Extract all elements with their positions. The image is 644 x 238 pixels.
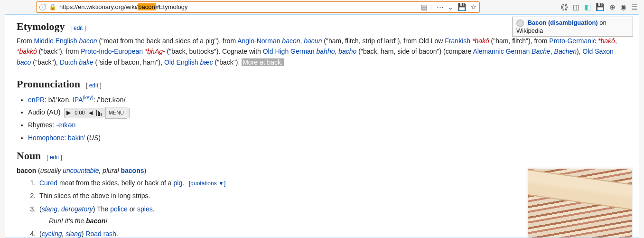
link-road-rash[interactable]: Road rash (85, 230, 116, 238)
bookmark-star-icon[interactable]: ☆ (470, 3, 476, 11)
link-pig[interactable]: pig (173, 179, 182, 187)
pron-homophone: Homophone: bakin' (US) (28, 132, 627, 144)
link-baco[interactable]: baco (17, 58, 31, 66)
audio-player[interactable]: ▶ 0:00 ◀ MENU (64, 108, 130, 118)
link-bacon-me[interactable]: bacon (79, 37, 97, 45)
sidebar-icon[interactable]: ◫ (573, 3, 579, 11)
pron-audio: Audio (AU) ▶ 0:00 ◀ MENU (28, 106, 627, 119)
account-icon[interactable]: ◉ (620, 3, 626, 11)
reader-mode-icon[interactable]: ▤ (421, 3, 428, 11)
link-cycling[interactable]: cycling (42, 230, 62, 238)
edit-link[interactable]: edit (74, 25, 83, 31)
browser-toolbar: i 🔒 https://en.wiktionary.org/wiki/bacon… (0, 0, 644, 14)
link-bake[interactable]: bake (79, 58, 93, 66)
link-old-english[interactable]: Old English (164, 58, 198, 66)
etymology-heading: Etymology (17, 20, 65, 33)
link-bacons[interactable]: bacons (121, 167, 144, 174)
link-uncountable[interactable]: uncountable (63, 167, 99, 174)
page-actions-icon[interactable]: ⋯ (437, 3, 444, 11)
play-icon[interactable]: ▶ (66, 107, 71, 118)
disambig-link[interactable]: Bacon (disambiguation) (528, 19, 598, 26)
edit-noun: [ edit ] (47, 154, 62, 161)
link-frankish[interactable]: Frankish (445, 37, 470, 45)
sync-icon[interactable]: ⊕ (609, 3, 616, 11)
pronunciation-list: enPR: bāˈkən, IPA(key): /ˈbeɪ.kən/ Audio… (28, 93, 627, 144)
pocket-ext-icon[interactable]: ◧ (584, 3, 591, 11)
link-bako-frk[interactable]: *bakō (472, 37, 489, 45)
volume-bars-icon (96, 110, 102, 116)
link-anglo-norman[interactable]: Anglo-Norman (237, 37, 280, 45)
bacon-image-thumb[interactable] (526, 167, 633, 238)
link-middle-english[interactable]: Middle English (34, 37, 77, 45)
link-bache[interactable]: Bache (532, 48, 551, 55)
etymology-paragraph: From Middle English bacon ("meat from th… (17, 36, 627, 67)
quotations-toggle[interactable]: [quotations ▼] (189, 180, 225, 187)
link-homophone[interactable]: Homophone (28, 134, 64, 142)
link-pie[interactable]: Proto-Indo-European (81, 48, 143, 55)
edit-link-3[interactable]: edit (50, 154, 59, 161)
link-ipa-key[interactable]: (key) (83, 95, 93, 100)
link-slang[interactable]: slang (42, 205, 57, 213)
link-bhag[interactable]: *bhAg- (145, 48, 165, 55)
edit-etymology: [ edit ] (70, 25, 86, 31)
link-police[interactable]: police (110, 205, 128, 213)
wikipedia-logo-icon (516, 19, 524, 27)
page-content: Bacon (disambiguation) on Wikipedia Etym… (5, 14, 639, 238)
save-ext-icon[interactable]: 💾 (596, 3, 605, 11)
url-bar[interactable]: i 🔒 https://en.wiktionary.org/wiki/bacon… (36, 1, 480, 13)
save-icon[interactable]: 💾 (457, 3, 467, 11)
link-alemannic[interactable]: Alemannic German (473, 48, 530, 55)
link-bakko[interactable]: *bakkô (17, 48, 37, 55)
link-bacho[interactable]: bacho (338, 48, 356, 55)
link-baec[interactable]: bæc (200, 58, 213, 66)
lock-icon: 🔒 (49, 3, 56, 10)
menu-icon[interactable]: ☰ (631, 3, 637, 11)
info-icon[interactable]: i (39, 4, 46, 10)
edit-link-2[interactable]: edit (89, 82, 98, 89)
edit-pronunciation: [ edit ] (86, 82, 102, 89)
link-enpr[interactable]: enPR (28, 96, 45, 104)
bacon-image (528, 169, 632, 238)
pron-enpr: enPR: bāˈkən, IPA(key): /ˈbeɪ.kən/ (28, 93, 627, 106)
pron-rhymes: Rhymes: -eɪkən (28, 119, 627, 132)
more-at-back[interactable]: More at back. (242, 58, 284, 66)
link-bacon-an[interactable]: bacon (282, 37, 300, 45)
link-slang-2[interactable]: slang (65, 230, 81, 238)
link-bahho[interactable]: bahho (317, 48, 335, 55)
url-text: https://en.wiktionary.org/wiki/bacon#Ety… (59, 3, 418, 10)
link-bachen[interactable]: Bachen (554, 48, 577, 55)
link-bacun[interactable]: bacun (304, 37, 322, 45)
pocket-icon[interactable]: ⌄ (448, 3, 454, 11)
link-derogatory[interactable]: derogatory (61, 205, 93, 213)
link-rhyme[interactable]: -eɪkən (56, 121, 75, 129)
disambiguation-box: Bacon (disambiguation) on Wikipedia (512, 17, 633, 37)
link-dutch[interactable]: Dutch (60, 58, 77, 66)
link-bakin[interactable]: bakin' (68, 134, 85, 142)
library-icon[interactable]: ⟪⟫ (560, 3, 568, 11)
link-proto-germanic[interactable]: Proto-Germanic (549, 37, 596, 45)
pronunciation-heading: Pronunciation (17, 78, 80, 90)
noun-heading: Noun (17, 150, 41, 162)
volume-icon[interactable]: ◀ (89, 108, 93, 118)
link-ohg[interactable]: Old High German (263, 48, 315, 55)
link-old-saxon[interactable]: Old Saxon (583, 48, 614, 55)
link-spies[interactable]: spies (137, 205, 153, 213)
link-bako-pg[interactable]: *bakô (598, 37, 615, 45)
audio-menu-button[interactable]: MENU (105, 107, 127, 119)
audio-time: 0:00 (75, 108, 84, 118)
link-ipa[interactable]: IPA (73, 96, 83, 104)
link-cured[interactable]: Cured (39, 179, 57, 187)
